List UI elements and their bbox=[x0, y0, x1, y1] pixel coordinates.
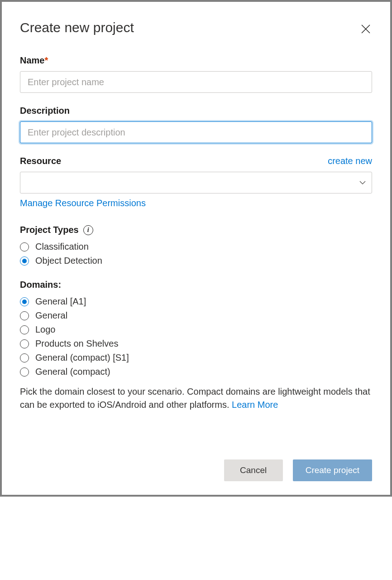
learn-more-link[interactable]: Learn More bbox=[232, 400, 278, 410]
info-icon[interactable]: i bbox=[83, 225, 93, 235]
radio-label: Products on Shelves bbox=[35, 338, 118, 349]
radio-label: General [A1] bbox=[35, 296, 86, 307]
description-label: Description bbox=[20, 106, 372, 116]
domain-help-text-content: Pick the domain closest to your scenario… bbox=[20, 387, 370, 410]
domain-radio[interactable]: General (compact) [S1] bbox=[20, 353, 372, 363]
radio-label: Object Detection bbox=[35, 256, 102, 266]
project-types-radio-group: ClassificationObject Detection bbox=[20, 242, 372, 266]
radio-circle bbox=[20, 297, 29, 306]
description-field-block: Description bbox=[20, 106, 372, 143]
cancel-button[interactable]: Cancel bbox=[224, 459, 283, 481]
create-project-modal: Create new project Name* Description Res… bbox=[2, 2, 390, 495]
domain-radio[interactable]: Logo bbox=[20, 324, 372, 335]
domains-block: Domains: General [A1]GeneralLogoProducts… bbox=[20, 280, 372, 411]
radio-dot bbox=[22, 300, 27, 304]
domains-label: Domains: bbox=[20, 280, 372, 290]
resource-label: Resource bbox=[20, 156, 61, 166]
domain-radio[interactable]: General (compact) bbox=[20, 367, 372, 377]
resource-select[interactable] bbox=[20, 172, 372, 193]
name-input[interactable] bbox=[20, 71, 372, 93]
required-asterisk: * bbox=[44, 55, 48, 65]
name-label-text: Name bbox=[20, 55, 44, 65]
project-types-label: Project Types bbox=[20, 225, 79, 235]
create-project-button[interactable]: Create project bbox=[293, 459, 372, 481]
close-icon bbox=[360, 24, 371, 34]
name-label: Name* bbox=[20, 55, 372, 66]
project-type-radio[interactable]: Object Detection bbox=[20, 256, 372, 266]
domain-radio[interactable]: General bbox=[20, 310, 372, 321]
radio-circle bbox=[20, 339, 29, 348]
domain-radio[interactable]: Products on Shelves bbox=[20, 338, 372, 349]
description-input[interactable] bbox=[20, 121, 372, 143]
name-field-block: Name* bbox=[20, 55, 372, 93]
radio-circle bbox=[20, 353, 29, 362]
radio-circle bbox=[20, 367, 29, 377]
radio-label: General (compact) [S1] bbox=[35, 353, 129, 363]
radio-label: Classification bbox=[35, 242, 89, 252]
radio-label: Logo bbox=[35, 324, 56, 335]
radio-circle bbox=[20, 311, 29, 320]
radio-label: General (compact) bbox=[35, 367, 110, 377]
modal-title: Create new project bbox=[20, 20, 372, 35]
radio-label: General bbox=[35, 310, 67, 321]
manage-resource-permissions-link[interactable]: Manage Resource Permissions bbox=[20, 198, 146, 208]
domains-radio-group: General [A1]GeneralLogoProducts on Shelv… bbox=[20, 296, 372, 377]
radio-circle bbox=[20, 256, 29, 266]
project-types-block: Project Types i ClassificationObject Det… bbox=[20, 225, 372, 266]
radio-dot bbox=[22, 259, 27, 263]
resource-field-block: Resource create new Manage Resource Perm… bbox=[20, 156, 372, 208]
create-new-resource-link[interactable]: create new bbox=[328, 156, 372, 166]
project-type-radio[interactable]: Classification bbox=[20, 242, 372, 252]
radio-circle bbox=[20, 325, 29, 334]
close-button[interactable] bbox=[357, 20, 375, 38]
modal-footer: Cancel Create project bbox=[224, 459, 372, 481]
radio-circle bbox=[20, 242, 29, 251]
domain-help-text: Pick the domain closest to your scenario… bbox=[20, 385, 372, 411]
domain-radio[interactable]: General [A1] bbox=[20, 296, 372, 307]
